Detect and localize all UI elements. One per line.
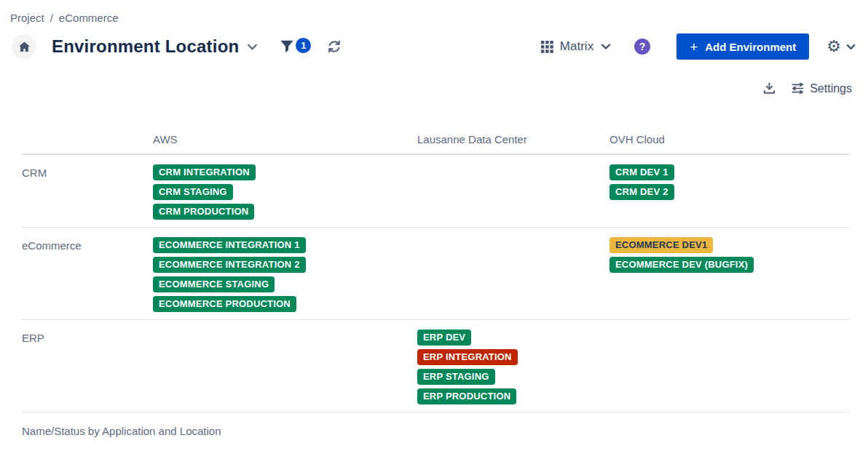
refresh-icon — [327, 39, 342, 54]
home-icon — [17, 40, 31, 54]
settings-menu-button[interactable]: ⚙ — [826, 39, 856, 55]
environment-badge[interactable]: ERP INTEGRATION — [417, 349, 518, 365]
environment-badge[interactable]: CRM DEV 2 — [609, 184, 674, 200]
view-label: Matrix — [560, 39, 593, 54]
matrix-settings-button[interactable]: Settings — [791, 81, 852, 95]
environment-badge[interactable]: ERP DEV — [417, 330, 471, 346]
environment-badge[interactable]: ECOMMERCE STAGING — [153, 276, 275, 292]
matrix-cell — [417, 164, 609, 220]
chevron-down-icon — [246, 41, 259, 53]
column-header: AWS — [153, 133, 417, 145]
matrix-cell — [153, 330, 417, 404]
filter-funnel-icon — [279, 39, 295, 55]
breadcrumb: Project / eCommerce — [0, 0, 868, 24]
page-header: Environment Location 1 — [12, 33, 856, 60]
sliders-icon — [791, 81, 805, 95]
environment-badge[interactable]: CRM STAGING — [153, 184, 233, 200]
help-button[interactable]: ? — [634, 39, 650, 55]
environment-badge[interactable]: ECOMMERCE DEV1 — [609, 237, 713, 253]
column-header-spacer — [22, 133, 153, 145]
download-button[interactable] — [762, 81, 776, 95]
matrix-body: CRMCRM INTEGRATIONCRM STAGINGCRM PRODUCT… — [22, 155, 850, 412]
breadcrumb-project-link[interactable]: Project — [10, 12, 44, 24]
environment-badge[interactable]: ECOMMERCE INTEGRATION 2 — [153, 257, 306, 273]
row-label: ERP — [22, 330, 153, 404]
chevron-down-icon — [600, 41, 612, 52]
download-icon — [762, 81, 776, 95]
matrix-cell: ECOMMERCE DEV1ECOMMERCE DEV (BUGFIX) — [609, 237, 850, 312]
matrix-row: CRMCRM INTEGRATIONCRM STAGINGCRM PRODUCT… — [22, 155, 850, 228]
column-header: OVH Cloud — [609, 133, 850, 145]
breadcrumb-separator: / — [50, 12, 53, 24]
matrix-cell: CRM INTEGRATIONCRM STAGINGCRM PRODUCTION — [153, 164, 417, 220]
environment-badge[interactable]: CRM PRODUCTION — [153, 204, 254, 220]
column-header: Lausanne Data Center — [417, 133, 609, 145]
chevron-down-icon — [845, 41, 856, 52]
matrix-row: ERPERP DEVERP INTEGRATIONERP STAGINGERP … — [22, 320, 850, 412]
environment-badge[interactable]: CRM DEV 1 — [609, 164, 674, 180]
environment-badge[interactable]: ECOMMERCE DEV (BUGFIX) — [609, 257, 754, 273]
matrix-toolbar: Settings — [0, 81, 852, 95]
header-actions: Matrix ? + Add Environment ⚙ — [541, 33, 856, 60]
gear-icon: ⚙ — [826, 39, 841, 55]
home-button[interactable] — [12, 34, 36, 59]
question-mark-icon: ? — [639, 41, 646, 52]
matrix-cell: ERP DEVERP INTEGRATIONERP STAGINGERP PRO… — [417, 330, 609, 404]
title-dropdown[interactable] — [246, 41, 259, 53]
grid-view-icon — [541, 41, 553, 53]
matrix-caption: Name/Status by Application and Location — [22, 425, 850, 437]
refresh-button[interactable] — [327, 39, 342, 54]
plus-icon: + — [690, 40, 698, 54]
environment-badge[interactable]: ERP STAGING — [417, 369, 495, 385]
environment-badge[interactable]: ERP PRODUCTION — [417, 388, 516, 404]
matrix-header: AWSLausanne Data CenterOVH Cloud — [22, 133, 850, 155]
add-environment-button[interactable]: + Add Environment — [676, 33, 809, 60]
matrix-cell: ECOMMERCE INTEGRATION 1ECOMMERCE INTEGRA… — [153, 237, 417, 312]
row-label: CRM — [22, 164, 153, 220]
breadcrumb-current-link[interactable]: eCommerce — [59, 12, 119, 24]
add-environment-label: Add Environment — [705, 41, 796, 53]
view-switcher[interactable]: Matrix — [541, 39, 612, 54]
environment-badge[interactable]: ECOMMERCE PRODUCTION — [153, 296, 296, 312]
matrix-row: eCommerceECOMMERCE INTEGRATION 1ECOMMERC… — [22, 228, 850, 320]
filter-button[interactable]: 1 — [279, 39, 311, 55]
environment-matrix: AWSLausanne Data CenterOVH Cloud CRMCRM … — [22, 133, 850, 437]
row-label: eCommerce — [22, 237, 153, 312]
matrix-cell — [417, 237, 609, 312]
environment-badge[interactable]: ECOMMERCE INTEGRATION 1 — [153, 237, 306, 253]
matrix-cell: CRM DEV 1CRM DEV 2 — [609, 164, 850, 220]
matrix-cell — [609, 330, 850, 404]
settings-label: Settings — [810, 82, 852, 95]
page-title: Environment Location — [52, 36, 239, 57]
environment-badge[interactable]: CRM INTEGRATION — [153, 164, 256, 180]
filter-count-badge: 1 — [296, 38, 311, 53]
